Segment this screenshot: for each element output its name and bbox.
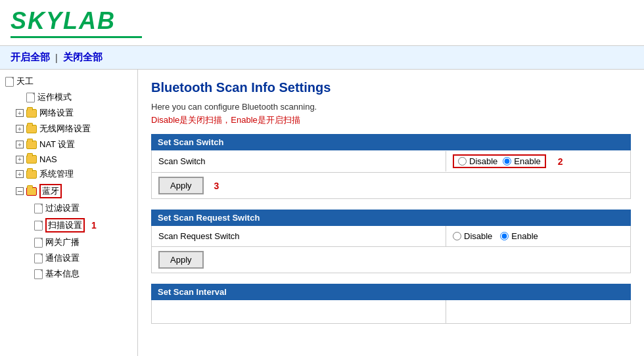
scan-interval-section: Set Scan Interval (151, 284, 631, 324)
guolv-icon (34, 204, 43, 213)
scan-switch-apply-button[interactable]: Apply (158, 177, 204, 194)
logo-underline (11, 36, 142, 38)
tongxin-icon (34, 254, 43, 263)
sidebar-item-wanguan[interactable]: 网关广播 (0, 234, 137, 250)
page-description: Here you can configure Bluetooth scannin… (151, 102, 631, 112)
saomiao-icon (34, 221, 43, 231)
sidebar-item-tongxin[interactable]: 通信设置 (0, 250, 137, 266)
wuxian-icon (26, 125, 37, 133)
scan-interval-header: Set Scan Interval (151, 284, 631, 300)
scan-request-controls: Disable Enable (446, 227, 630, 245)
sidebar-item-jiben[interactable]: 基本信息 (0, 266, 137, 282)
logo-container: SKYLAB (11, 7, 142, 38)
scan-request-row: Scan Request Switch Disable Enable (151, 226, 631, 247)
sidebar-root[interactable]: 天工 (0, 74, 137, 89)
scan-switch-enable[interactable]: Enable (503, 156, 540, 166)
scan-switch-row: Scan Switch Disable Enable 2 (151, 150, 631, 173)
wuxian-toggle[interactable]: + (16, 125, 24, 133)
nas-icon (26, 155, 37, 164)
root-icon (5, 77, 14, 87)
scan-switch-label: Scan Switch (152, 151, 446, 171)
sidebar-label-xitong: 系统管理 (39, 168, 74, 180)
wangluo-icon (26, 109, 37, 118)
sidebar-label-nat: NAT 设置 (39, 139, 75, 150)
scan-switch-apply-row: Apply 3 (151, 173, 631, 199)
sidebar-label-wangluo: 网络设置 (39, 107, 74, 119)
sidebar-label-wuxian: 无线网络设置 (39, 123, 91, 135)
sidebar-item-saomiao[interactable]: 扫描设置 1 (0, 216, 137, 234)
scan-interval-row (151, 300, 631, 324)
sub-nav: 开启全部 | 关闭全部 (0, 46, 644, 70)
sidebar-label-wanguan: 网关广播 (45, 236, 80, 248)
page-title: Bluetooth Scan Info Settings (151, 80, 631, 95)
sidebar-item-guolv[interactable]: 过滤设置 (0, 200, 137, 216)
sidebar-label-yunzuo: 运作模式 (37, 91, 72, 103)
sidebar-item-nat[interactable]: + NAT 设置 (0, 137, 137, 152)
scan-switch-annotation-2: 2 (558, 156, 563, 167)
sidebar-item-wangluo[interactable]: + 网络设置 (0, 105, 137, 121)
scan-request-apply-button[interactable]: Apply (158, 251, 204, 269)
scan-request-label: Scan Request Switch (152, 226, 446, 246)
sidebar-label-tongxin: 通信设置 (45, 252, 80, 264)
scan-switch-annotation-3: 3 (214, 181, 219, 191)
nat-icon (26, 141, 37, 149)
main-layout: 天工 运作模式 + 网络设置 + 无线网络设置 + NAT 设置 + (0, 70, 644, 356)
sidebar-label-saomiao: 扫描设置 (45, 218, 85, 233)
logo: SKYLAB (11, 7, 142, 35)
sidebar-item-yunzuo[interactable]: 运作模式 (0, 89, 137, 105)
scan-request-header: Set Scan Request Switch (151, 210, 631, 226)
scan-switch-controls: Disable Enable 2 (446, 150, 630, 172)
sidebar: 天工 运作模式 + 网络设置 + 无线网络设置 + NAT 设置 + (0, 70, 138, 356)
yunzuo-icon (26, 93, 35, 102)
jiben-icon (34, 269, 43, 279)
sidebar-item-wuxian[interactable]: + 无线网络设置 (0, 121, 137, 137)
header: SKYLAB (0, 0, 644, 46)
scan-switch-header: Set Scan Switch (151, 134, 631, 150)
sidebar-label-lanya: 蓝牙 (39, 184, 62, 198)
scan-switch-section: Set Scan Switch Scan Switch Disable Enab… (151, 134, 631, 199)
sidebar-item-nas[interactable]: + NAS (0, 152, 137, 166)
scan-request-apply-row: Apply (151, 247, 631, 273)
xitong-toggle[interactable]: + (16, 170, 24, 178)
scan-request-disable[interactable]: Disable (453, 231, 492, 241)
sidebar-item-xitong[interactable]: + 系统管理 (0, 166, 137, 182)
scan-interval-label (152, 300, 446, 323)
sidebar-label-nas: NAS (39, 154, 57, 164)
nas-toggle[interactable]: + (16, 156, 24, 164)
lanya-toggle[interactable]: − (16, 187, 24, 195)
close-all-link[interactable]: 关闭全部 (63, 51, 103, 64)
scan-request-section: Set Scan Request Switch Scan Request Swi… (151, 210, 631, 273)
scan-interval-input-area (446, 300, 630, 323)
sidebar-item-lanya[interactable]: − 蓝牙 (0, 182, 137, 200)
nav-separator: | (55, 53, 58, 63)
sidebar-label-jiben: 基本信息 (45, 268, 80, 280)
scan-request-enable[interactable]: Enable (500, 231, 538, 241)
scan-switch-radio-outline: Disable Enable (453, 154, 546, 168)
nat-toggle[interactable]: + (16, 141, 24, 148)
sidebar-annotation-1: 1 (91, 220, 97, 231)
lanya-icon (26, 187, 37, 196)
wanguan-icon (34, 238, 43, 248)
note-text: Disable是关闭扫描，Enable是开启扫描 (151, 114, 631, 126)
sidebar-label-guolv: 过滤设置 (45, 202, 80, 214)
xitong-icon (26, 170, 37, 179)
sidebar-root-label: 天工 (16, 76, 34, 87)
scan-switch-disable[interactable]: Disable (458, 156, 497, 166)
wangluo-toggle[interactable]: + (16, 109, 24, 117)
content-area: Bluetooth Scan Info Settings Here you ca… (138, 70, 644, 356)
open-all-link[interactable]: 开启全部 (11, 51, 50, 64)
